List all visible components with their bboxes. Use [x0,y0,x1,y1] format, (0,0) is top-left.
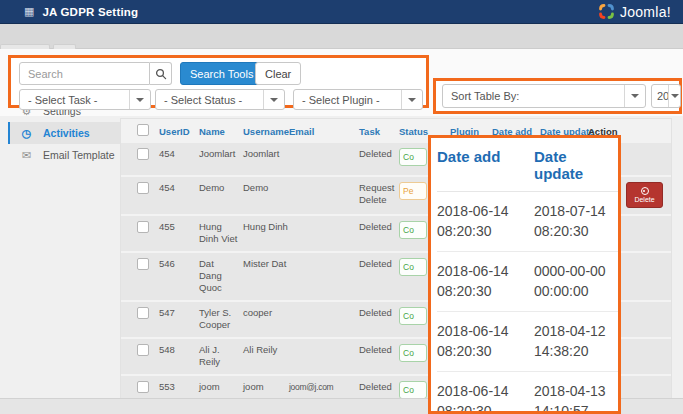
callout-row: 2018-06-14 08:20:30 2018-07-14 08:20:30 [437,192,618,252]
status-badge: Co [399,258,427,276]
status-badge: Co [399,344,427,362]
callout-date-update: 2018-04-13 14:10:57 [534,381,621,414]
callout-date-add: 2018-06-14 08:20:30 [437,201,525,241]
caret-down-icon [408,98,416,102]
cell-name: Ali J. Reily [199,344,243,368]
status-badge: Co [399,381,427,399]
cell-username: Mister Dat [243,258,289,270]
cell-username: Ali Reily [243,344,289,356]
col-header-task[interactable]: Task [359,126,399,137]
search-input[interactable] [19,62,150,85]
cell-userid: 454 [159,148,199,160]
delete-button-label: Delete [634,196,654,203]
search-icon [155,68,167,80]
cell-task: Deleted [359,381,399,393]
callout-date-add: 2018-06-14 08:20:30 [437,321,525,361]
col-header-userid[interactable]: UserID [159,126,199,137]
sidebar-item[interactable]: ◷ Activities [8,122,120,144]
cell-userid: 553 [159,381,199,393]
row-checkbox[interactable] [137,258,149,270]
cell-name: joom [199,381,243,393]
callout-date-add: 2018-06-14 08:20:30 [437,381,525,414]
sidebar-item-icon: ✉ [20,149,33,162]
cell-task: Deleted [359,344,399,356]
sort-panel: Sort Table By: 20 [433,78,682,114]
delete-icon [641,187,649,195]
sort-table-by-value: Sort Table By: [443,85,624,107]
callout-body: 2018-06-14 08:20:30 2018-07-14 08:20:30 … [437,192,618,414]
top-navbar: ▦ JA GDPR Setting Joomla! [0,0,683,24]
cell-task: Deleted [359,148,399,160]
cell-username: Hung Dinh [243,221,289,233]
search-filter-panel: Search Tools Clear - Select Task - - Sel… [8,55,429,108]
page-title: JA GDPR Setting [42,6,138,18]
select-task-dropdown[interactable]: - Select Task - [19,89,151,110]
col-header-name[interactable]: Name [199,126,243,137]
select-status-dropdown[interactable]: - Select Status - [155,89,285,110]
cell-userid: 548 [159,344,199,356]
cell-username: joom [243,381,289,393]
caret-down-icon [136,98,144,102]
sidebar-item-label: Activities [43,127,90,139]
status-badge: Co [399,221,427,239]
callout-header-date-add: Date add [437,148,534,182]
cell-name: Joomlart [199,148,243,160]
sort-table-by-dropdown[interactable]: Sort Table By: [442,84,646,108]
select-plugin-value: - Select Plugin - [294,90,401,109]
callout-row: 2018-06-14 08:20:30 2018-04-13 14:10:57 [437,372,618,414]
cell-name: Demo [199,182,243,194]
status-badge: Pe [399,182,427,200]
search-tools-label: Search Tools [190,68,253,80]
caret-down-icon [671,94,679,98]
cell-email: joom@j.com [289,381,359,393]
row-checkbox[interactable] [137,148,149,160]
toolbar-band [0,24,683,49]
row-checkbox[interactable] [137,344,149,356]
cell-task: Deleted [359,258,399,270]
select-plugin-dropdown[interactable]: - Select Plugin - [293,89,423,110]
cell-userid: 454 [159,182,199,194]
ja-gdpr-setting-screen: ▦ JA GDPR Setting Joomla! [0,0,683,414]
callout-date-update: 2018-07-14 08:20:30 [534,201,621,241]
page-size-dropdown[interactable]: 20 [651,84,681,108]
cell-userid: 547 [159,307,199,319]
select-status-value: - Select Status - [156,90,263,109]
row-checkbox[interactable] [137,182,149,194]
caret-down-icon [270,98,278,102]
cell-name: Tyler S. Cooper [199,307,243,331]
page-size-value: 20 [652,85,668,107]
sidebar-item-icon: ◷ [20,127,33,140]
cell-name: Dat Dang Quoc [199,258,243,294]
callout-row: 2018-06-14 08:20:30 0000-00-00 00:00:00 [437,252,618,312]
col-header-username[interactable]: Username [243,126,289,137]
cell-task: Request Delete [359,182,399,206]
callout-row: 2018-06-14 08:20:30 2018-04-12 14:38:20 [437,312,618,372]
callout-date-add: 2018-06-14 08:20:30 [437,261,525,301]
cell-task: Deleted [359,307,399,319]
date-columns-callout-panel: Date add Date update 2018-06-14 08:20:30… [428,135,621,414]
row-checkbox[interactable] [137,381,149,393]
sidebar-item[interactable]: ✉ Email Template [8,144,120,166]
clear-button[interactable]: Clear [255,62,301,85]
cell-userid: 546 [159,258,199,270]
row-checkbox[interactable] [137,307,149,319]
joomla-wordmark: Joomla! [620,4,671,20]
callout-date-update: 2018-04-12 14:38:20 [534,321,621,361]
select-task-value: - Select Task - [20,90,129,109]
col-header-email[interactable]: Email [289,126,359,137]
row-checkbox[interactable] [137,221,149,233]
cell-username: Demo [243,182,289,194]
callout-header-date-update: Date update [534,148,618,182]
cell-userid: 455 [159,221,199,233]
status-badge: Co [399,148,427,166]
status-badge: Co [399,307,427,325]
cell-name: Hung Dinh Viet [199,221,243,245]
select-all-checkbox[interactable] [137,124,149,136]
cell-task: Deleted [359,221,399,233]
sidebar-item-label: Email Template [43,149,115,161]
joomla-logo-icon [598,3,615,20]
delete-button[interactable]: Delete [626,182,663,208]
caret-down-icon [631,94,639,98]
component-icon: ▦ [24,6,34,17]
search-button[interactable] [150,62,172,85]
